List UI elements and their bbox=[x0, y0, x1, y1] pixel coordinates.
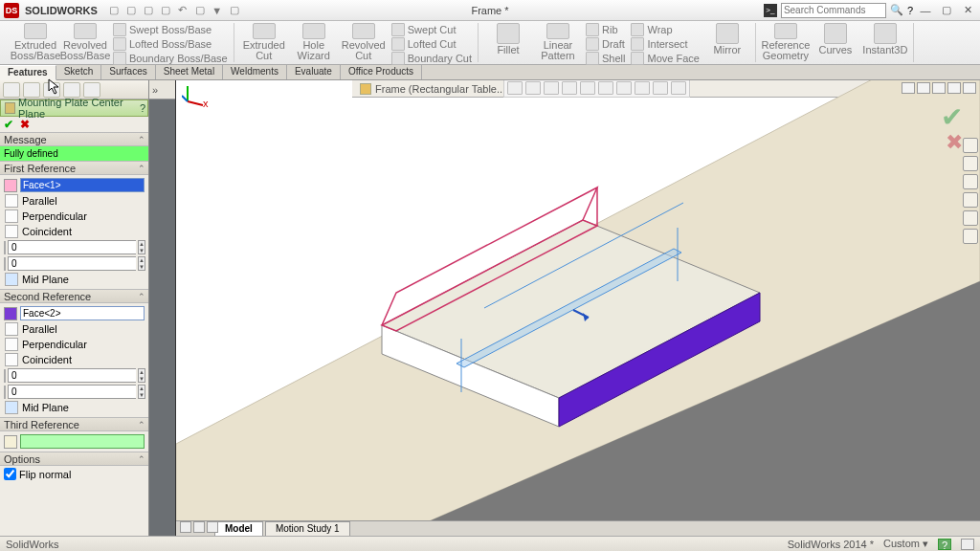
undo-icon[interactable]: ↶ bbox=[176, 4, 189, 17]
tab-surfaces[interactable]: Surfaces bbox=[101, 65, 155, 79]
open-icon[interactable]: ▢ bbox=[124, 4, 138, 17]
tab-sheet-metal[interactable]: Sheet Metal bbox=[156, 65, 223, 79]
mirror-button[interactable]: Mirror bbox=[705, 23, 749, 62]
swept-boss-button[interactable]: Swept Boss/Base bbox=[113, 23, 228, 36]
tab-motion-study[interactable]: Motion Study 1 bbox=[265, 521, 350, 536]
status-rebuild-icon[interactable] bbox=[961, 539, 974, 550]
property-manager-icon[interactable] bbox=[23, 82, 40, 98]
collapse-icon[interactable]: ⌃ bbox=[138, 135, 145, 144]
vp-btn[interactable] bbox=[963, 82, 976, 94]
midplane-icon[interactable] bbox=[5, 401, 18, 414]
second-reference-input[interactable]: Face<2> bbox=[20, 306, 145, 320]
appearances-icon[interactable] bbox=[963, 210, 978, 226]
distance-spinner[interactable]: ▲▼ bbox=[138, 240, 145, 254]
tab-sketch[interactable]: Sketch bbox=[56, 65, 102, 79]
view-settings-icon[interactable] bbox=[671, 81, 686, 95]
angle-input[interactable] bbox=[8, 385, 136, 399]
first-reference-input[interactable]: Face<1> bbox=[20, 178, 145, 192]
linear-pattern-button[interactable]: LinearPattern bbox=[536, 23, 580, 62]
coincident-icon[interactable] bbox=[5, 353, 18, 366]
distance-input[interactable] bbox=[8, 240, 136, 254]
distance-spinner[interactable]: ▲▼ bbox=[138, 368, 145, 383]
distance-input[interactable] bbox=[8, 368, 136, 383]
swept-cut-button[interactable]: Swept Cut bbox=[391, 23, 472, 36]
vp-btn[interactable] bbox=[932, 82, 946, 94]
more-icon[interactable]: ▢ bbox=[228, 4, 241, 17]
dimxpert-icon[interactable] bbox=[63, 82, 80, 98]
face-select-icon[interactable] bbox=[4, 307, 17, 320]
help-icon[interactable]: ? bbox=[907, 5, 913, 16]
lofted-cut-button[interactable]: Lofted Cut bbox=[391, 37, 472, 51]
previous-view-icon[interactable] bbox=[544, 81, 559, 95]
feature-tree-icon[interactable] bbox=[3, 82, 20, 98]
tab-model[interactable]: Model bbox=[214, 521, 263, 536]
model-view[interactable] bbox=[176, 80, 980, 536]
angle-input[interactable] bbox=[8, 256, 136, 271]
restore-icon[interactable]: ▢ bbox=[938, 4, 955, 16]
options-icon[interactable]: ▼ bbox=[211, 4, 224, 17]
boundary-cut-button[interactable]: Boundary Cut bbox=[391, 52, 472, 65]
edit-appearance-icon[interactable] bbox=[635, 81, 650, 95]
resources-icon[interactable] bbox=[963, 138, 978, 153]
extruded-boss-button[interactable]: ExtrudedBoss/Base bbox=[13, 23, 57, 62]
display-style-icon[interactable] bbox=[598, 81, 613, 95]
face-select-icon[interactable] bbox=[4, 435, 17, 449]
view-orientation-icon[interactable] bbox=[580, 81, 595, 95]
lofted-boss-button[interactable]: Lofted Boss/Base bbox=[113, 37, 228, 51]
collapse-icon[interactable]: ⌃ bbox=[138, 164, 145, 173]
draft-button[interactable]: Draft bbox=[586, 37, 625, 51]
rebuild-icon[interactable]: ▢ bbox=[193, 4, 207, 17]
perpendicular-icon[interactable] bbox=[5, 338, 18, 351]
collapse-icon[interactable]: ⌃ bbox=[138, 454, 145, 464]
tab-nav-prev-icon[interactable] bbox=[193, 521, 205, 533]
intersect-button[interactable]: Intersect bbox=[631, 37, 699, 51]
status-custom[interactable]: Custom ▾ bbox=[883, 538, 928, 550]
save-icon[interactable]: ▢ bbox=[142, 4, 155, 17]
rib-button[interactable]: Rib bbox=[586, 23, 625, 36]
zoom-area-icon[interactable] bbox=[525, 81, 541, 95]
confirm-feature-icon[interactable]: ✔ bbox=[941, 101, 963, 133]
section-view-icon[interactable] bbox=[562, 81, 577, 95]
tab-office-products[interactable]: Office Products bbox=[341, 65, 422, 79]
hole-wizard-button[interactable]: HoleWizard bbox=[292, 23, 336, 62]
minimize-icon[interactable]: — bbox=[917, 5, 934, 16]
boundary-boss-button[interactable]: Boundary Boss/Base bbox=[113, 52, 228, 65]
collapse-icon[interactable]: ⌃ bbox=[138, 292, 145, 301]
apply-scene-icon[interactable] bbox=[653, 81, 668, 95]
status-help-icon[interactable]: ? bbox=[938, 539, 951, 550]
vp-btn[interactable] bbox=[947, 82, 961, 94]
shell-button[interactable]: Shell bbox=[586, 52, 625, 65]
wrap-button[interactable]: Wrap bbox=[631, 23, 699, 36]
zoom-fit-icon[interactable] bbox=[507, 81, 523, 95]
curves-button[interactable]: Curves bbox=[813, 23, 858, 62]
angle-spinner[interactable]: ▲▼ bbox=[138, 256, 145, 271]
print-icon[interactable]: ▢ bbox=[159, 4, 172, 17]
close-icon[interactable]: ✕ bbox=[959, 4, 976, 16]
face-select-icon[interactable] bbox=[4, 179, 17, 192]
search-input[interactable] bbox=[781, 3, 886, 18]
graphics-view[interactable]: Frame (Rectangular Table... bbox=[176, 80, 980, 536]
extruded-cut-button[interactable]: ExtrudedCut bbox=[242, 23, 286, 62]
move-face-button[interactable]: Move Face bbox=[631, 52, 699, 65]
flyout-expand-icon[interactable]: » bbox=[149, 80, 175, 99]
cancel-button[interactable]: ✖ bbox=[20, 118, 30, 131]
custom-props-icon[interactable] bbox=[963, 229, 978, 244]
display-icon[interactable] bbox=[83, 82, 100, 98]
help-icon[interactable]: ? bbox=[140, 102, 145, 114]
vp-btn[interactable] bbox=[917, 82, 930, 94]
design-library-icon[interactable] bbox=[963, 156, 978, 171]
parallel-icon[interactable] bbox=[5, 194, 18, 208]
parallel-icon[interactable] bbox=[5, 322, 18, 336]
tab-nav-next-icon[interactable] bbox=[207, 521, 218, 533]
ok-button[interactable]: ✔ bbox=[4, 118, 13, 131]
tab-weldments[interactable]: Weldments bbox=[223, 65, 287, 79]
reference-geometry-button[interactable]: ReferenceGeometry bbox=[764, 23, 808, 62]
coincident-icon[interactable] bbox=[5, 225, 18, 238]
revolved-boss-button[interactable]: RevolvedBoss/Base bbox=[63, 23, 107, 62]
new-icon[interactable]: ▢ bbox=[107, 4, 121, 17]
tab-nav-first-icon[interactable] bbox=[180, 521, 191, 533]
view-palette-icon[interactable] bbox=[963, 192, 978, 208]
tab-evaluate[interactable]: Evaluate bbox=[287, 65, 341, 79]
midplane-icon[interactable] bbox=[5, 273, 18, 286]
tab-features[interactable]: Features bbox=[0, 65, 56, 80]
